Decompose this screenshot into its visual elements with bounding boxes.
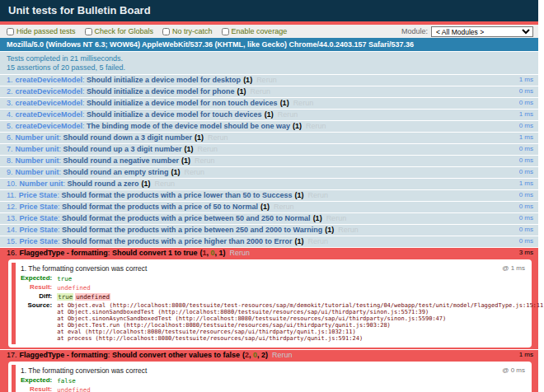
assertion-counts: (1)	[293, 122, 302, 130]
module-name: Price State	[20, 203, 59, 211]
assertion-counts: (1)	[243, 76, 252, 84]
module-name: Price State	[20, 226, 59, 234]
module-name: FlaggedType - formatting	[20, 249, 108, 257]
toolbar-checkbox-input[interactable]	[85, 28, 92, 35]
module-select[interactable]: < All Modules >	[431, 26, 533, 37]
test-name[interactable]: Should round an empty string	[63, 168, 169, 176]
test-name[interactable]: The binding mode of the device model sho…	[87, 122, 290, 130]
toolbar-checkbox-input[interactable]	[7, 28, 14, 35]
test-runtime: 0 ms	[519, 214, 533, 222]
test-runtime: 0 ms	[519, 122, 533, 130]
toolbar-checkbox-label: Check for Globals	[95, 27, 154, 35]
rerun-link[interactable]: Rerun	[274, 203, 294, 211]
checkbox-check-for-globals[interactable]: Check for Globals	[85, 27, 154, 35]
test-number: 16.	[7, 249, 17, 257]
test-name[interactable]: Should format the products with a price …	[62, 226, 322, 234]
test-result-summary: Tests completed in 21 milliseconds. 15 a…	[0, 52, 538, 75]
test-row[interactable]: 0 ms 2.createDeviceModel: Should initial…	[0, 86, 538, 98]
module-name: Number unit	[16, 133, 59, 142]
test-name[interactable]: Should initialize a device model for tou…	[87, 110, 262, 119]
test-row[interactable]: 0 ms 9.Number unit: Should round an empt…	[0, 167, 538, 179]
test-name[interactable]: Should convert 1 to true	[112, 249, 198, 257]
assertion-message-row: @ 0 ms 1. The formatting conversion was …	[21, 366, 525, 375]
test-name[interactable]: Should format the products with a price …	[62, 203, 258, 211]
rerun-link[interactable]: Rerun	[293, 99, 314, 107]
test-row[interactable]: 0 ms 12.Price State: Should format the p…	[0, 202, 538, 213]
rerun-link[interactable]: Rerun	[229, 249, 250, 257]
rerun-link[interactable]: Rerun	[208, 133, 228, 142]
test-name[interactable]: Should format the products with a price …	[61, 191, 292, 199]
test-number: 12.	[7, 203, 17, 211]
test-name[interactable]: Should round a negative number	[63, 156, 180, 165]
test-row[interactable]: 1 ms 10.Number unit: Should round a zero…	[0, 179, 538, 190]
test-row[interactable]: 1 ms 1.createDeviceModel: Should initial…	[0, 75, 538, 86]
assertion-counts: (1)	[171, 168, 181, 176]
rerun-link[interactable]: Rerun	[306, 122, 326, 130]
rerun-link[interactable]: Rerun	[251, 87, 271, 96]
test-runtime: 1 ms	[519, 76, 533, 84]
assertion-message: The formatting conversion was correct	[28, 366, 147, 375]
source-label: Source:	[21, 301, 56, 343]
checkbox-no-try-catch[interactable]: No try-catch	[162, 27, 213, 35]
test-row[interactable]: 0 ms 15.Price State: Should format the p…	[0, 236, 538, 248]
checkbox-enable-coverage[interactable]: Enable coverage	[222, 27, 288, 35]
rerun-link[interactable]: Rerun	[256, 76, 277, 84]
assertion-index: 1.	[21, 264, 26, 273]
module-name: createDeviceModel	[16, 76, 83, 84]
test-runtime: 0 ms	[519, 226, 533, 234]
test-row[interactable]: 0 ms 7.Number unit: Should round up a 3 …	[0, 144, 538, 156]
toolbar-checkbox-input[interactable]	[222, 28, 229, 35]
assertion-message: The formatting conversion was correct	[28, 264, 147, 273]
test-name[interactable]: Should format the products with a price …	[62, 237, 293, 245]
test-row[interactable]: 0 ms 3.createDeviceModel: Should initial…	[0, 98, 538, 110]
test-runtime: 1 ms	[519, 351, 533, 359]
assertion-counts: (1)	[142, 180, 151, 188]
test-row[interactable]: 1 ms 4.createDeviceModel: Should initial…	[0, 110, 538, 121]
test-row[interactable]: 0 ms 5.createDeviceModel: The binding mo…	[0, 121, 538, 133]
test-name[interactable]: Should initialize a device model for des…	[87, 76, 241, 84]
test-row-failed[interactable]: 3 ms 16.FlaggedType - formatting: Should…	[0, 248, 538, 350]
expected-label: Expected:	[21, 376, 56, 385]
assertion-counts: (1)	[325, 226, 334, 234]
toolbar-checkbox-input[interactable]	[162, 28, 170, 35]
rerun-link[interactable]: Rerun	[272, 351, 293, 359]
test-name[interactable]: Should round down a 3 digit number	[63, 133, 193, 142]
test-name[interactable]: Should initialize a device model for non…	[87, 99, 278, 107]
rerun-link[interactable]: Rerun	[307, 191, 328, 199]
test-runtime: 0 ms	[519, 99, 533, 107]
test-name[interactable]: Should round a zero	[68, 180, 139, 188]
rerun-link[interactable]: Rerun	[155, 180, 176, 188]
summary-time: Tests completed in 21 milliseconds.	[7, 54, 532, 63]
assertion-detail-table: Expected: false Result: undefined Diff: …	[21, 376, 544, 392]
rerun-link[interactable]: Rerun	[195, 156, 215, 165]
assertion-runtime: @ 0 ms	[502, 366, 525, 375]
rerun-link[interactable]: Rerun	[278, 110, 298, 119]
test-name[interactable]: Should convert other values to false	[112, 351, 240, 359]
toolbar-checkbox-label: Hide passed tests	[16, 27, 76, 35]
diff-value: trueundefined	[57, 293, 544, 301]
test-row[interactable]: 0 ms 14.Price State: Should format the p…	[0, 225, 538, 236]
test-row[interactable]: 0 ms 13.Price State: Should format the p…	[0, 213, 538, 225]
test-name[interactable]: Should format the products with a price …	[62, 214, 311, 222]
rerun-link[interactable]: Rerun	[326, 214, 347, 222]
rerun-link[interactable]: Rerun	[338, 226, 359, 234]
test-name[interactable]: Should round up a 3 digit number	[63, 145, 182, 153]
rerun-link[interactable]: Rerun	[185, 168, 205, 176]
rerun-link[interactable]: Rerun	[198, 145, 218, 153]
test-row[interactable]: 1 ms 6.Number unit: Should round down a …	[0, 133, 538, 144]
checkbox-hide-passed-tests[interactable]: Hide passed tests	[7, 27, 76, 35]
test-number: 11.	[7, 191, 16, 199]
rerun-link[interactable]: Rerun	[308, 237, 329, 245]
diff-row: Diff: trueundefined	[21, 292, 544, 301]
test-runtime: 3 ms	[519, 249, 533, 257]
test-row[interactable]: 0 ms 11.Price State: Should format the p…	[0, 190, 538, 202]
test-number: 13.	[7, 214, 17, 222]
test-row[interactable]: 0 ms 8.Number unit: Should round a negat…	[0, 156, 538, 167]
test-name[interactable]: Should initialize a device model for pho…	[87, 87, 235, 96]
expected-value: true	[57, 275, 544, 282]
test-row-failed[interactable]: 1 ms 17.FlaggedType - formatting: Should…	[0, 350, 538, 392]
assertion: @ 1 ms 1. The formatting conversion was …	[12, 263, 528, 344]
test-number: 1.	[7, 76, 13, 84]
assertion-counts: (1, 0, 1)	[199, 249, 225, 257]
test-number: 15.	[7, 237, 17, 245]
